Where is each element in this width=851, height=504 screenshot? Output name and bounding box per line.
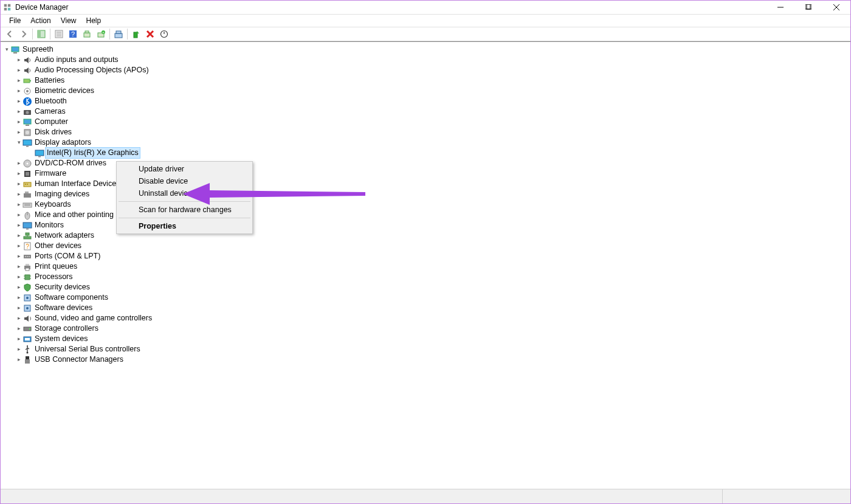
chevron-right-icon[interactable]: ▸ (15, 313, 22, 323)
chevron-right-icon[interactable]: ▸ (15, 75, 22, 86)
tree-row[interactable]: ▸Bluetooth (2, 96, 849, 106)
tree-row[interactable]: ▸Cameras (2, 106, 849, 117)
tree-label: Storage controllers (35, 323, 98, 334)
svg-rect-71 (25, 275, 30, 280)
tree-row[interactable]: ▸Storage controllers (2, 323, 849, 334)
tree-row[interactable]: Intel(R) Iris(R) Xe Graphics (2, 148, 849, 158)
tree-row[interactable]: ▸Processors (2, 272, 849, 282)
toolbar-enable-device-button[interactable] (129, 28, 143, 40)
toolbar-scan-button[interactable] (80, 28, 94, 40)
chevron-right-icon[interactable]: ▸ (15, 189, 22, 199)
chevron-right-icon[interactable]: ▸ (15, 251, 22, 261)
chevron-right-icon[interactable]: ▸ (15, 117, 22, 127)
tree-row[interactable]: ▸Software components (2, 292, 849, 303)
svg-point-65 (25, 256, 26, 257)
context-menu-item[interactable]: Scan for hardware changes (118, 204, 251, 216)
statusbar-panel-left (1, 489, 723, 503)
tree-label: DVD/CD-ROM drives (35, 158, 106, 168)
toolbar-add-legacy-button[interactable]: + (94, 28, 108, 40)
tree-label: Other devices (35, 241, 81, 251)
chevron-right-icon[interactable]: ▸ (15, 292, 22, 303)
tree-row[interactable]: ▸Software devices (2, 303, 849, 313)
tree-label: Software components (35, 292, 108, 303)
svg-rect-0 (4, 4, 7, 7)
tree-row[interactable]: ▸Computer (2, 117, 849, 127)
context-menu-item[interactable]: Disable device (118, 175, 251, 187)
tree-row[interactable]: ▾Display adaptors (2, 137, 849, 148)
toolbar-back-button[interactable] (3, 28, 16, 40)
tree-row[interactable]: ▸Biometric devices (2, 86, 849, 96)
tree-row[interactable]: ▸USB Connector Managers (2, 354, 849, 365)
minimize-button[interactable] (767, 1, 794, 15)
chevron-right-icon[interactable]: ▸ (15, 323, 22, 334)
close-button[interactable] (822, 1, 850, 15)
chevron-right-icon[interactable]: ▸ (15, 272, 22, 282)
maximize-button[interactable] (794, 1, 822, 15)
menu-help[interactable]: Help (81, 15, 106, 26)
toolbar-forward-button[interactable] (17, 28, 30, 40)
tree-row[interactable]: ▸Sound, video and game controllers (2, 313, 849, 323)
menu-file[interactable]: File (4, 15, 26, 26)
svg-rect-41 (35, 150, 44, 156)
tree-row[interactable]: ▸Ports (COM & LPT) (2, 251, 849, 261)
printer-icon (22, 262, 32, 272)
chevron-right-icon[interactable]: ▸ (15, 158, 22, 168)
chevron-right-icon[interactable]: ▸ (15, 86, 22, 96)
menu-action[interactable]: Action (26, 15, 55, 26)
chevron-right-icon[interactable]: ▸ (15, 65, 22, 75)
device-tree-area[interactable]: ▾Supreeth▸Audio inputs and outputs▸Audio… (1, 41, 850, 489)
bluetooth-icon (22, 97, 32, 106)
other-icon: ? (22, 241, 32, 251)
chevron-right-icon[interactable]: ▸ (15, 55, 22, 65)
svg-rect-42 (38, 156, 41, 157)
chevron-right-icon[interactable]: ▸ (15, 354, 22, 365)
chevron-right-icon[interactable]: ▸ (15, 168, 22, 179)
chevron-right-icon[interactable]: ▸ (15, 241, 22, 251)
chevron-right-icon[interactable]: ▸ (15, 127, 22, 137)
tree-row[interactable]: ▸Audio inputs and outputs (2, 55, 849, 65)
chevron-right-icon[interactable]: ▸ (15, 210, 22, 220)
toolbar-show-hide-button[interactable] (35, 28, 48, 40)
toolbar-help-button[interactable]: ? (66, 28, 80, 40)
chevron-right-icon[interactable]: ▸ (15, 96, 22, 106)
chevron-right-icon[interactable]: ▸ (15, 230, 22, 241)
toolbar-properties-button[interactable] (52, 28, 66, 40)
tree-label: Bluetooth (35, 96, 67, 106)
chevron-right-icon[interactable]: ▸ (15, 344, 22, 354)
menu-view[interactable]: View (56, 15, 81, 26)
svg-rect-1 (8, 4, 10, 7)
tree-row[interactable]: ▸Disk drives (2, 127, 849, 137)
svg-rect-59 (24, 236, 31, 239)
chevron-right-icon[interactable]: ▸ (15, 199, 22, 210)
tree-row[interactable]: ▸Batteries (2, 75, 849, 86)
tree-row[interactable]: ▸Security devices (2, 282, 849, 292)
tree-row[interactable]: ▸Audio Processing Objects (APOs) (2, 65, 849, 75)
tree-row[interactable]: ▸?Other devices (2, 241, 849, 251)
chevron-right-icon[interactable]: ▸ (15, 261, 22, 272)
toolbar-update-driver-button[interactable] (112, 28, 125, 40)
svg-rect-22 (115, 33, 122, 38)
chevron-right-icon[interactable]: ▸ (15, 334, 22, 344)
svg-point-85 (27, 345, 28, 347)
chevron-right-icon[interactable]: ▸ (15, 106, 22, 117)
tree-row[interactable]: ▸Print queues (2, 261, 849, 272)
svg-rect-17 (84, 33, 90, 37)
chevron-right-icon[interactable]: ▸ (15, 303, 22, 313)
toolbar-disable-device-button[interactable] (157, 28, 171, 40)
svg-rect-26 (12, 47, 19, 52)
tree-row[interactable]: ▸Universal Serial Bus controllers (2, 344, 849, 354)
chevron-right-icon[interactable]: ▸ (15, 220, 22, 230)
tree-row[interactable]: ▾Supreeth (2, 44, 849, 55)
svg-text:+: + (102, 30, 105, 34)
chevron-right-icon[interactable]: ▸ (15, 179, 22, 189)
context-menu-item[interactable]: Update driver (118, 163, 251, 175)
toolbar-uninstall-device-button[interactable] (143, 28, 157, 40)
context-menu-item[interactable]: Uninstall device (118, 187, 251, 199)
tree-row[interactable]: ▸System devices (2, 334, 849, 344)
chevron-right-icon[interactable]: ▸ (15, 282, 22, 292)
tree-label: Network adapters (35, 230, 94, 241)
chevron-down-icon[interactable]: ▾ (3, 44, 10, 55)
disk-icon (22, 128, 32, 137)
context-menu-item[interactable]: Properties (118, 220, 251, 232)
chevron-down-icon[interactable]: ▾ (15, 137, 22, 148)
